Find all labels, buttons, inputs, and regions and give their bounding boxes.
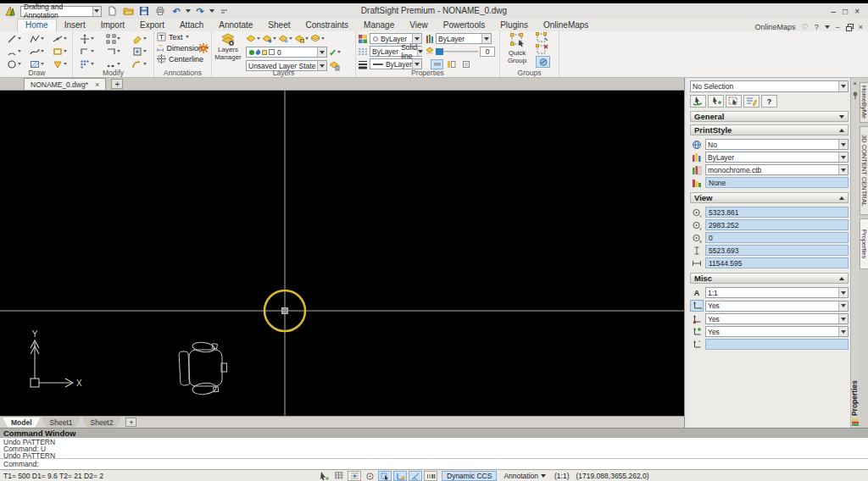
isolate-layer-button[interactable] <box>262 33 276 44</box>
annotation-scale-select[interactable]: 1:1 <box>705 287 849 298</box>
maximize-button[interactable]: □ <box>843 7 848 16</box>
tab-plugins[interactable]: Plugins <box>492 19 536 31</box>
ungroup-button[interactable] <box>536 44 548 55</box>
ccs-entity-select[interactable]: Yes <box>705 326 849 337</box>
doc-minimize-button[interactable]: – <box>836 23 840 31</box>
quick-select-button[interactable] <box>743 95 760 108</box>
command-window-header[interactable]: Command Window <box>0 428 868 438</box>
rich-line-style-select[interactable]: ByLayer <box>436 33 492 44</box>
line-style-select[interactable]: ByLayer Solid line <box>370 46 422 57</box>
lock-layer-button[interactable] <box>294 33 309 44</box>
printstyle-policy-select[interactable]: No <box>705 139 849 150</box>
active-layer-select[interactable]: 0 <box>246 47 327 58</box>
doc-close-button[interactable]: × <box>859 23 863 31</box>
sheet-tab-sheet2[interactable]: Sheet2 <box>82 417 122 428</box>
dimension-tool-button[interactable]: Dimension <box>154 42 211 53</box>
centerline-tool-button[interactable]: Centerline <box>154 53 211 64</box>
selection-filter-dropdown[interactable] <box>838 81 848 91</box>
spline-tool-button[interactable] <box>25 46 48 57</box>
workspace-select[interactable]: Drafting and Annotation <box>20 6 102 17</box>
layers-manager-button[interactable]: Layers Manager <box>214 33 242 67</box>
add-sheet-button[interactable]: + <box>125 417 136 427</box>
customize-qat-icon[interactable] <box>217 5 231 17</box>
palette-close-icon[interactable]: × <box>851 80 859 87</box>
chair-drawing[interactable] <box>179 341 227 395</box>
tab-export[interactable]: Export <box>132 19 172 31</box>
quick-group-button[interactable]: Quick Group <box>502 33 532 64</box>
undo-button[interactable]: ↶ <box>170 5 183 17</box>
ccs-display-select[interactable]: Yes <box>705 301 849 312</box>
infinite-line-tool-button[interactable] <box>48 33 71 44</box>
command-input[interactable]: Command: <box>0 458 868 469</box>
ortho-toggle-icon[interactable] <box>363 471 376 481</box>
dynamic-ccs-button[interactable]: Dynamic CCS <box>442 471 497 481</box>
line-weight-dropdown[interactable] <box>412 59 421 69</box>
offset-tool-button[interactable] <box>126 46 153 57</box>
dock-tab-3dcontentcentral[interactable]: 3D CONTENT CENTRAL <box>860 126 868 215</box>
minimize-button[interactable]: – <box>832 7 837 16</box>
new-document-tab-button[interactable]: + <box>111 79 123 89</box>
sheet-tab-model[interactable]: Model <box>3 417 41 428</box>
transparency-value[interactable]: 0 <box>480 47 495 57</box>
active-layer-dropdown[interactable] <box>317 47 326 57</box>
lineweight-toggle-icon[interactable] <box>424 471 437 481</box>
ccs-name-value[interactable] <box>705 339 849 350</box>
new-file-button[interactable] <box>105 5 119 17</box>
select-entities-button[interactable] <box>690 95 706 108</box>
tab-view[interactable]: View <box>402 19 436 31</box>
line-style-dropdown[interactable] <box>417 47 423 56</box>
tab-onlinemaps[interactable]: OnlineMaps <box>536 19 596 31</box>
tab-manage[interactable]: Manage <box>356 19 402 31</box>
tab-attach[interactable]: Attach <box>172 19 211 31</box>
section-general[interactable]: General <box>690 111 849 122</box>
esnap-toggle-icon[interactable] <box>393 471 407 481</box>
doc-restore-button[interactable] <box>846 24 853 30</box>
print-style-toggle-button[interactable] <box>431 59 443 69</box>
polyline-tool-button[interactable] <box>25 33 48 44</box>
text-tool-button[interactable]: Text <box>154 31 211 42</box>
annotation-scale-control[interactable]: Annotation <box>504 472 546 480</box>
lineweight-display-button[interactable] <box>445 59 458 69</box>
onlinemaps-menu[interactable]: OnlineMaps <box>755 23 796 31</box>
printstyle-style-value[interactable]: None <box>705 177 849 188</box>
command-history[interactable]: Undo PATTERN Command: U Undo PATTERN <box>0 438 868 458</box>
printstyle-bylayer-select[interactable]: ByLayer <box>705 152 849 163</box>
rectangle-tool-button[interactable] <box>48 46 71 57</box>
add-to-selection-button[interactable] <box>708 95 724 108</box>
tab-constraints[interactable]: Constraints <box>298 19 357 31</box>
printstyle-file-select[interactable]: monochrome.ctb <box>705 164 849 175</box>
tab-import[interactable]: Import <box>93 19 132 31</box>
workspace-dropdown-button[interactable] <box>92 7 101 16</box>
line-color-dropdown[interactable] <box>412 34 421 43</box>
hide-layer-button[interactable] <box>246 33 260 44</box>
erase-tool-button[interactable] <box>126 33 153 44</box>
dock-tab-homebyme[interactable]: HomeByMe <box>860 82 868 123</box>
rich-line-style-dropdown[interactable] <box>481 34 491 43</box>
tab-home[interactable]: Home <box>17 19 57 31</box>
transparency-slider[interactable] <box>436 47 478 55</box>
view-center-y-value[interactable]: 2983.252 <box>705 219 849 230</box>
polar-toggle-icon[interactable] <box>378 471 392 481</box>
redo-button[interactable]: ↷ <box>193 5 207 17</box>
tab-insert[interactable]: Insert <box>57 19 93 31</box>
freeze-layer-button[interactable] <box>278 33 292 44</box>
tab-annotate[interactable]: Annotate <box>211 19 260 31</box>
undo-dropdown-icon[interactable] <box>186 9 191 13</box>
smart-dimension-icon[interactable] <box>198 43 209 53</box>
redo-dropdown-icon[interactable] <box>209 9 214 13</box>
document-tab-active[interactable]: NONAME_0.dwg* × <box>24 78 106 90</box>
view-width-value[interactable]: 11544.595 <box>705 257 849 268</box>
close-button[interactable]: × <box>854 7 860 16</box>
rotate-tool-button[interactable] <box>74 46 100 57</box>
print-button[interactable] <box>153 5 167 17</box>
ccs-origin-select[interactable]: Yes <box>705 313 849 324</box>
tab-powertools[interactable]: Powertools <box>436 19 492 31</box>
arc-tool-button[interactable] <box>3 46 25 57</box>
save-button[interactable] <box>137 5 151 17</box>
group-button[interactable] <box>536 32 548 43</box>
section-printstyle[interactable]: PrintStyle <box>690 124 849 135</box>
selection-filter-select[interactable]: No Selection <box>690 80 849 92</box>
section-misc[interactable]: Misc <box>690 273 849 284</box>
grid-toggle-icon[interactable] <box>332 471 346 481</box>
etrack-toggle-icon[interactable] <box>409 471 422 481</box>
